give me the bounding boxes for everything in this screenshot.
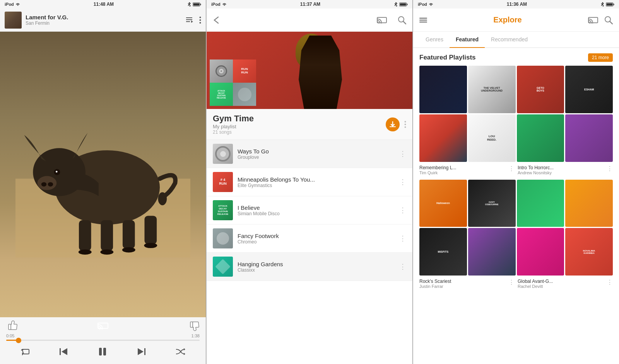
thumbs-down-button[interactable] <box>188 320 200 331</box>
featured-name-3: Rock's Scariest <box>419 279 451 284</box>
song-item[interactable]: # 4RUN Minneapolis Belongs To You... Eli… <box>207 168 412 196</box>
album-thumb-2[interactable]: THE VELVETUNDERGROUND <box>468 66 516 113</box>
album-thumb-11[interactable] <box>517 180 564 227</box>
song-menu-1[interactable]: ⋮ <box>399 150 406 158</box>
album-thumb-3[interactable]: GETOBOYS <box>517 66 564 113</box>
download-button[interactable] <box>386 117 400 131</box>
svg-rect-22 <box>144 216 157 244</box>
song-menu-4[interactable]: ⋮ <box>399 234 406 243</box>
queue-icon[interactable] <box>185 17 193 24</box>
svg-point-48 <box>405 126 406 128</box>
album-thumb-5[interactable] <box>419 114 467 162</box>
song-menu-2[interactable]: ⋮ <box>399 178 406 186</box>
svg-point-47 <box>405 124 406 125</box>
thumb-1 <box>210 60 233 83</box>
featured-title: Featured Playlists <box>419 54 476 61</box>
tab-genres[interactable]: Genres <box>419 32 450 48</box>
more-button[interactable]: 21 more <box>588 53 613 62</box>
search-icon-2[interactable] <box>398 16 406 24</box>
explore-title: Explore <box>493 15 522 24</box>
song-artist-1: Grouplove <box>238 155 395 160</box>
progress-thumb[interactable] <box>16 338 21 343</box>
svg-rect-30 <box>190 322 193 327</box>
pause-button[interactable] <box>97 346 108 357</box>
thumbs-up-button[interactable] <box>6 320 18 331</box>
cast-button-1[interactable] <box>97 321 108 330</box>
album-thumb-13[interactable]: MISFITS <box>419 228 467 276</box>
featured-menu-2[interactable]: ⋮ <box>607 165 613 172</box>
featured-item-2[interactable]: Intro To Horrorc... Andrew Nosnitsky ⋮ <box>518 165 613 175</box>
album-thumb-15[interactable] <box>517 228 564 276</box>
song-item[interactable]: Ways To Go Grouplove ⋮ <box>207 140 412 168</box>
ipod-label-2: iPod <box>211 2 221 7</box>
next-button[interactable] <box>137 347 146 356</box>
status-right-3 <box>600 2 614 7</box>
song-details-5: Hanging Gardens Classixx <box>238 261 395 273</box>
featured-menu-3[interactable]: ⋮ <box>508 279 515 286</box>
svg-line-54 <box>610 21 612 24</box>
time-1: 11:48 AM <box>94 2 114 7</box>
svg-rect-3 <box>186 17 192 18</box>
tab-recommended[interactable]: Recommended <box>485 32 534 48</box>
album-thumb-7[interactable] <box>517 114 564 162</box>
previous-button[interactable] <box>59 347 68 356</box>
cast-button-3[interactable] <box>588 16 598 24</box>
album-thumb-10[interactable]: OZZYOSBOURNE <box>468 180 516 227</box>
tab-featured[interactable]: Featured <box>450 32 485 48</box>
transport-row <box>6 344 200 359</box>
svg-rect-19 <box>79 220 91 251</box>
featured-item-3[interactable]: Rock's Scariest Justin Farrar ⋮ <box>419 279 515 289</box>
bt-icon-3 <box>600 2 604 7</box>
album-thumb-8[interactable] <box>565 114 613 162</box>
explore-tabs: Genres Featured Recommended <box>413 32 619 48</box>
song-menu-3[interactable]: ⋮ <box>399 206 406 214</box>
back-button[interactable] <box>213 16 221 24</box>
svg-rect-4 <box>186 19 192 20</box>
album-thumb-12[interactable] <box>565 180 613 227</box>
song-details-3: I Believe Simian Mobile Disco <box>238 204 395 216</box>
song-title-2: Minneapolis Belongs To You... <box>238 176 395 183</box>
album-thumb-1[interactable] <box>419 66 467 113</box>
album-thumb-14[interactable] <box>468 228 516 276</box>
playlist-text-info: Gym Time My playlist 21 songs <box>213 114 386 135</box>
song-item[interactable]: ATTACKDECAYSUSTAINRELEASE I Believe Simi… <box>207 196 412 225</box>
featured-name-1: Remembering L... <box>419 165 456 170</box>
svg-point-8 <box>200 19 201 21</box>
search-icon-3[interactable] <box>604 16 613 24</box>
song-item[interactable]: Hanging Gardens Classixx ⋮ <box>207 253 412 281</box>
song-artist-3: Simian Mobile Disco <box>238 211 395 216</box>
album-thumb-6[interactable]: LOUREED. <box>468 114 516 162</box>
svg-marker-33 <box>62 348 67 355</box>
song-thumb-3: ATTACKDECAYSUSTAINRELEASE <box>213 200 233 220</box>
svg-point-24 <box>100 250 113 255</box>
svg-rect-5 <box>186 21 190 22</box>
svg-point-18 <box>56 171 58 173</box>
svg-rect-34 <box>99 348 102 355</box>
hamburger-menu[interactable] <box>419 18 427 22</box>
featured-menu-4[interactable]: ⋮ <box>607 279 613 286</box>
more-menu-icon[interactable] <box>199 17 201 24</box>
album-thumb-4[interactable]: ESHAM <box>565 66 613 113</box>
featured-menu-1[interactable]: ⋮ <box>508 165 515 172</box>
featured-curator-1: Tim Quirk <box>419 170 456 175</box>
cast-button-2[interactable] <box>377 16 387 24</box>
song-item[interactable]: Fancy Footwork Chromeo ⋮ <box>207 225 412 253</box>
featured-item-4[interactable]: Global Avant-G... Rachel Devitt ⋮ <box>518 279 613 289</box>
bull-artwork <box>15 53 190 296</box>
playlist-more-icon[interactable] <box>404 121 406 128</box>
svg-rect-50 <box>614 3 614 5</box>
repeat-button[interactable] <box>21 348 30 355</box>
song-menu-5[interactable]: ⋮ <box>399 262 406 271</box>
header-icons-1 <box>185 17 201 24</box>
svg-rect-21 <box>123 220 135 248</box>
album-thumb-9[interactable]: Halloween <box>419 180 467 227</box>
battery-icon-3 <box>606 2 614 7</box>
svg-marker-6 <box>191 20 193 23</box>
now-playing-header: Lament for V.G. San Fermin <box>0 9 206 32</box>
featured-item-1[interactable]: Remembering L... Tim Quirk ⋮ <box>419 165 515 175</box>
shuffle-button[interactable] <box>175 348 185 355</box>
now-playing-panel: iPod 11:48 AM Lament for V.G. <box>0 0 206 364</box>
album-thumb-16[interactable]: NOVALIMAKARIMBA <box>565 228 613 276</box>
playlist-nav-header <box>207 9 412 32</box>
progress-bar[interactable] <box>6 340 200 341</box>
